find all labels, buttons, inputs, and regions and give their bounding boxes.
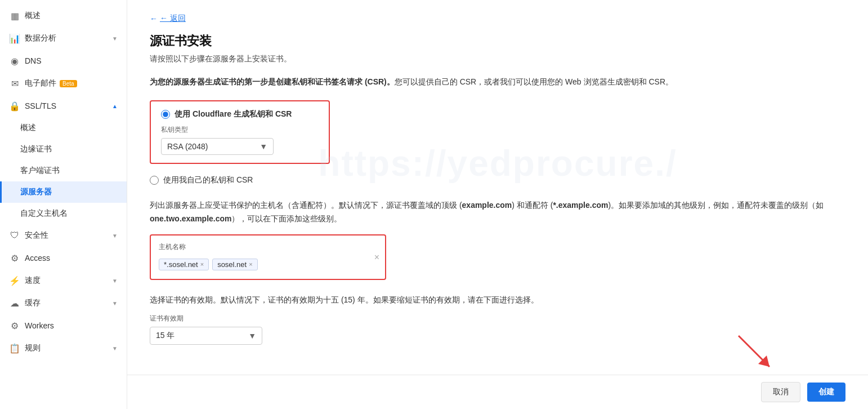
- tag-wildcard[interactable]: *.sosel.net ×: [159, 259, 209, 270]
- hostname-section-desc: 列出源服务器上应受证书保护的主机名（含通配符）。默认情况下，源证书覆盖域的顶级 …: [150, 199, 845, 226]
- workers-icon: ⚙: [9, 320, 20, 331]
- key-type-value: RSA (2048): [167, 142, 208, 151]
- key-type-label: 私钥类型: [161, 125, 319, 135]
- csr-description: 为您的源服务器生成证书的第一步是创建私钥和证书签名请求 (CSR)。您可以提供自…: [150, 75, 845, 89]
- data-analysis-icon: 📊: [9, 33, 20, 44]
- sidebar-item-overview[interactable]: 概述: [0, 117, 127, 139]
- option2-label[interactable]: 使用我自己的私钥和 CSR: [163, 175, 253, 185]
- chevron-up-icon: ▲: [112, 103, 118, 109]
- sidebar-item-ssl-tls[interactable]: 🔒 SSL/TLS ▲: [0, 95, 127, 117]
- sidebar-item-client-cert[interactable]: 客户端证书: [0, 160, 127, 181]
- select-arrow-icon: ▼: [259, 142, 267, 151]
- hostname-label: 主机名称: [159, 242, 377, 252]
- sidebar-item-security[interactable]: 🛡 安全性 ▼: [0, 224, 127, 247]
- tag-wildcard-remove-icon[interactable]: ×: [200, 261, 204, 268]
- chevron-down-icon3: ▼: [112, 278, 118, 284]
- sidebar-item-access[interactable]: ⚙ Access: [0, 247, 127, 269]
- ssl-tls-icon: 🔒: [9, 100, 20, 112]
- tag-domain-remove-icon[interactable]: ×: [249, 261, 252, 268]
- tag-domain-value: sosel.net: [217, 260, 247, 269]
- option1-label[interactable]: 使用 Cloudflare 生成私钥和 CSR: [175, 109, 292, 119]
- key-type-select[interactable]: RSA (2048) ▼: [161, 138, 274, 155]
- svg-marker-1: [758, 355, 769, 367]
- sidebar-item-cache[interactable]: ☁ 缓存 ▼: [0, 292, 127, 314]
- access-icon: ⚙: [9, 252, 20, 264]
- sidebar-item-speed[interactable]: ⚡ 速度 ▼: [0, 269, 127, 292]
- sidebar-item-workers[interactable]: ⚙ Workers: [0, 314, 127, 337]
- hostname-box: 主机名称 *.sosel.net × sosel.net × ×: [150, 234, 386, 280]
- hostname-tags: *.sosel.net × sosel.net ×: [159, 256, 377, 272]
- bottom-bar: 取消 创建: [127, 375, 868, 409]
- sidebar-item-dns[interactable]: ◉ DNS: [0, 50, 127, 72]
- chevron-down-icon2: ▼: [112, 233, 118, 239]
- dns-icon: ◉: [9, 55, 20, 66]
- tag-wildcard-value: *.sosel.net: [164, 260, 198, 269]
- hostname-clear-icon[interactable]: ×: [374, 252, 379, 263]
- validity-value: 15 年: [156, 331, 175, 341]
- page-subtitle: 请按照以下步骤在源服务器上安装证书。: [150, 54, 845, 64]
- option1-box: 使用 Cloudflare 生成私钥和 CSR 私钥类型 RSA (2048) …: [150, 100, 330, 164]
- option1-radio[interactable]: [161, 110, 170, 119]
- security-icon: 🛡: [9, 230, 20, 241]
- sidebar-item-origin-server[interactable]: 源服务器: [0, 181, 127, 203]
- speed-icon: ⚡: [9, 275, 20, 286]
- sidebar-item-data-analysis[interactable]: 📊 数据分析 ▼: [0, 27, 127, 50]
- page-title: 源证书安装: [150, 33, 845, 50]
- chevron-down-icon: ▼: [112, 35, 118, 42]
- option2-radio-row[interactable]: 使用我自己的私钥和 CSR: [150, 175, 845, 185]
- email-icon: ✉: [9, 78, 20, 89]
- cache-icon: ☁: [9, 297, 20, 309]
- red-arrow-indicator: [733, 330, 778, 375]
- validity-desc: 选择证书的有效期。默认情况下，证书的有效期为十五 (15) 年。如果要缩短证书的…: [150, 294, 845, 307]
- main-content: https://yedprocure./ ← ← 返回 源证书安装 请按照以下步…: [127, 0, 868, 409]
- sidebar-item-overview-top[interactable]: ▦ 概述: [0, 5, 127, 27]
- beta-badge: Beta: [60, 80, 77, 87]
- validity-select-arrow-icon: ▼: [248, 331, 256, 340]
- sidebar-item-custom-hostname[interactable]: 自定义主机名: [0, 203, 127, 224]
- chevron-down-icon4: ▼: [112, 300, 118, 306]
- svg-line-0: [739, 336, 769, 367]
- option1-radio-row[interactable]: 使用 Cloudflare 生成私钥和 CSR: [161, 109, 319, 119]
- overview-icon: ▦: [9, 10, 20, 21]
- back-arrow-icon: ←: [150, 14, 158, 23]
- tag-domain[interactable]: sosel.net ×: [212, 259, 257, 270]
- validity-select[interactable]: 15 年 ▼: [150, 327, 262, 345]
- sidebar-item-rules[interactable]: 📋 规则 ▼: [0, 337, 127, 359]
- sidebar-item-edge-cert[interactable]: 边缘证书: [0, 139, 127, 160]
- rules-icon: 📋: [9, 343, 20, 354]
- create-button[interactable]: 创建: [807, 383, 845, 402]
- validity-label: 证书有效期: [150, 314, 845, 323]
- sidebar-item-email[interactable]: ✉ 电子邮件 Beta: [0, 72, 127, 95]
- chevron-down-icon5: ▼: [112, 345, 118, 352]
- option2-radio[interactable]: [150, 176, 159, 185]
- back-link[interactable]: ← ← 返回: [150, 14, 186, 24]
- sidebar: ▦ 概述 📊 数据分析 ▼ ◉ DNS ✉ 电子邮件 Beta 🔒 SSL/TL…: [0, 0, 127, 409]
- cancel-button[interactable]: 取消: [761, 382, 800, 402]
